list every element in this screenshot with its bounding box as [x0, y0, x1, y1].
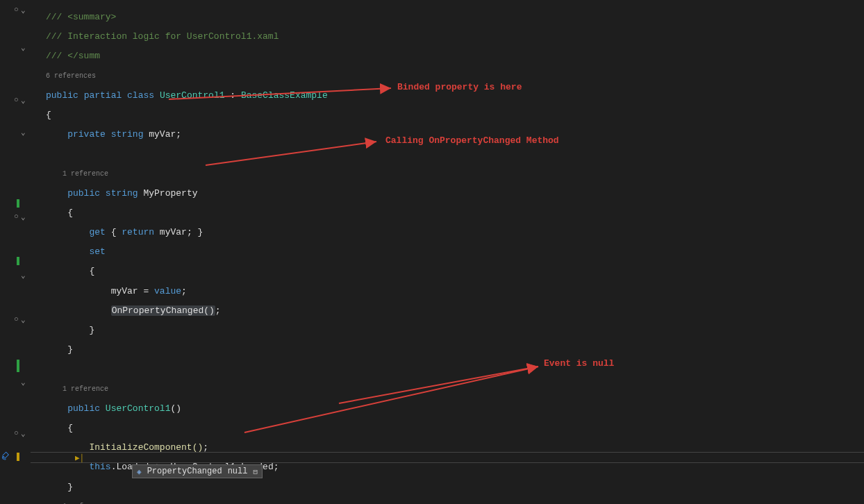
keyword: public — [67, 188, 100, 199]
doc-comment: /// Interaction logic for UserControl1.x… — [46, 31, 279, 42]
constructor-name: UserControl1 — [106, 403, 171, 414]
datatip-value: null — [228, 467, 248, 476]
keyword: class — [127, 90, 154, 101]
identifier: myVar — [160, 227, 187, 237]
annotation-binded-property: Binded property is here — [397, 82, 522, 92]
keyword: string — [106, 188, 138, 199]
keyword: public — [67, 403, 100, 414]
fold-chevron-icon[interactable]: ⌄ — [21, 271, 26, 280]
fold-circle-icon[interactable]: ○ — [14, 96, 19, 104]
type-name: BaseClassExample — [241, 90, 328, 101]
keyword: get — [89, 227, 105, 237]
field-icon: ◈ — [137, 467, 142, 476]
fold-circle-icon[interactable]: ○ — [14, 6, 19, 14]
fold-chevron-icon[interactable]: ⌄ — [21, 212, 26, 221]
codelens[interactable]: 1 reference — [63, 385, 108, 393]
fold-chevron-icon[interactable]: ⌄ — [21, 429, 26, 438]
fold-chevron-icon[interactable]: ⌄ — [21, 128, 26, 137]
pin-icon[interactable]: ⊟ — [253, 467, 258, 476]
keyword: return — [122, 227, 154, 237]
keyword: string — [111, 129, 144, 140]
fold-chevron-icon[interactable]: ⌄ — [21, 378, 26, 387]
codelens[interactable]: 6 references — [46, 71, 496, 81]
change-marker-green-icon — [17, 199, 19, 208]
change-marker-green-icon — [17, 360, 19, 372]
codelens[interactable]: 1 reference — [63, 170, 108, 178]
keyword: public — [46, 90, 78, 101]
property-name: MyProperty — [143, 188, 197, 199]
identifier: myVar — [111, 286, 138, 296]
fold-circle-icon[interactable]: ○ — [14, 212, 19, 221]
fold-chevron-icon[interactable]: ⌄ — [21, 96, 26, 105]
fold-chevron-icon[interactable]: ⌄ — [21, 315, 26, 324]
annotation-event-null: Event is null — [544, 358, 614, 369]
keyword: partial — [84, 90, 122, 101]
doc-comment: /// </summ — [46, 51, 100, 61]
fold-circle-icon[interactable]: ○ — [14, 315, 19, 324]
keyword: set — [89, 246, 105, 257]
change-marker-yellow-icon — [17, 453, 19, 461]
debug-datatip[interactable]: ◈ PropertyChanged null ⊟ — [132, 464, 263, 478]
fold-circle-icon[interactable]: ○ — [14, 429, 19, 437]
fold-chevron-icon[interactable]: ⌄ — [21, 43, 26, 52]
keyword: this — [89, 462, 110, 472]
datatip-name: PropertyChanged — [147, 467, 222, 476]
change-marker-green-icon — [17, 257, 19, 265]
identifier: myVar — [149, 129, 176, 140]
type-name: UserControl1 — [160, 90, 225, 101]
fold-chevron-icon[interactable]: ⌄ — [21, 6, 26, 15]
keyword: private — [67, 129, 106, 140]
code-editor[interactable]: /// <summary> /// Interaction logic for … — [46, 3, 496, 504]
doc-comment: /// <summary> — [46, 12, 116, 22]
method-call: InitializeComponent() — [89, 442, 203, 453]
gutter: ○ ⌄ ⌄ ○ ⌄ ⌄ ○ ⌄ ⌄ ○ ⌄ ⌄ ○ ⌄ — [0, 0, 31, 504]
method-call: OnPropertyChanged() — [111, 305, 215, 316]
keyword: value — [154, 286, 181, 296]
annotation-calling-onpropertychanged: Calling OnPropertyChanged Method — [385, 135, 559, 146]
